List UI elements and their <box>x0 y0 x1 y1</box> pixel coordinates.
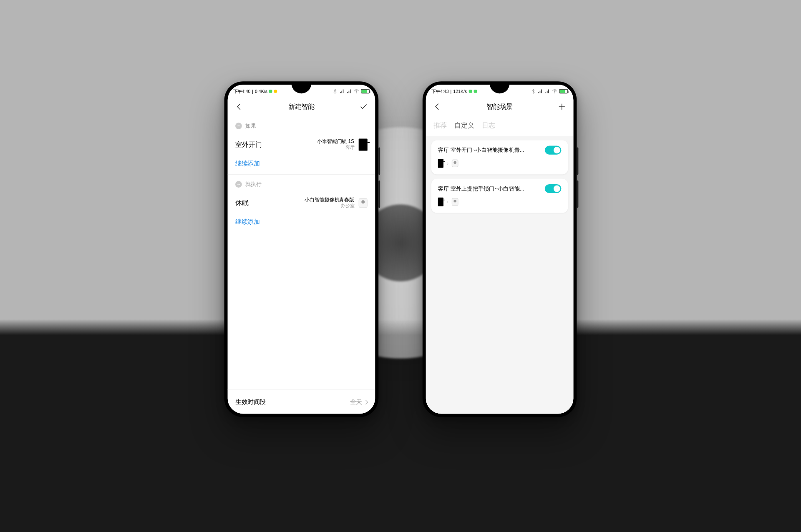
status-net: 121K/s <box>453 89 467 94</box>
condition-action: 室外开门 <box>235 140 262 149</box>
page-title: 新建智能 <box>288 102 315 111</box>
wifi-icon <box>354 88 359 94</box>
effective-time-label: 生效时间段 <box>235 398 266 406</box>
action-device: 小白智能摄像机青春版 <box>305 197 354 202</box>
condition-room: 客厅 <box>317 145 354 151</box>
scene-toggle[interactable] <box>545 146 562 155</box>
signal-icon <box>545 88 550 94</box>
app-header: 智能场景 <box>426 97 574 117</box>
camera-icon <box>359 198 368 208</box>
arrow-sep-icon: › <box>447 161 448 166</box>
arrow-left-icon <box>235 102 244 111</box>
then-icon: → <box>235 181 242 188</box>
scene-devices: › <box>438 198 562 206</box>
battery-icon <box>361 89 370 94</box>
back-button[interactable] <box>234 102 244 112</box>
scene-title: 客厅 室外上提把手锁门~小白智能... <box>438 185 524 192</box>
confirm-button[interactable] <box>359 102 369 112</box>
wifi-icon <box>552 88 557 94</box>
phone-right: 下午4:43 | 121K/s <box>423 81 577 417</box>
status-net: 0.4K/s <box>255 89 267 94</box>
door-lock-icon <box>359 138 368 151</box>
arrow-left-icon <box>433 102 442 111</box>
chevron-right-icon <box>363 399 368 404</box>
condition-device: 小米智能门锁 1S <box>317 138 354 144</box>
door-lock-icon <box>438 159 443 168</box>
action-name: 休眠 <box>235 198 249 208</box>
add-scene-button[interactable] <box>557 102 567 112</box>
scene-toggle[interactable] <box>545 184 562 193</box>
scene-title: 客厅 室外开门~小白智能摄像机青... <box>438 146 524 154</box>
if-section-label: ≡ 如果 <box>228 117 375 133</box>
camera-icon <box>452 198 458 206</box>
condition-row[interactable]: 室外开门 小米智能门锁 1S 客厅 <box>228 133 375 156</box>
check-icon <box>359 102 368 111</box>
action-row[interactable]: 休眠 小白智能摄像机青春版 办公室 <box>228 191 375 215</box>
scene-devices: › <box>438 159 562 168</box>
add-condition-link[interactable]: 继续添加 <box>228 156 375 175</box>
signal-icon <box>347 88 352 94</box>
effective-time-value: 全天 <box>350 398 362 406</box>
app-badge-icon <box>469 90 472 93</box>
app-badge-icon <box>474 90 477 93</box>
effective-time-row[interactable]: 生效时间段 全天 <box>228 389 375 414</box>
scene-card[interactable]: 客厅 室外开门~小白智能摄像机青... › <box>431 140 568 174</box>
status-time: 下午4:40 <box>233 88 251 95</box>
signal-icon <box>339 88 345 94</box>
tab-log[interactable]: 日志 <box>482 121 495 130</box>
add-action-link[interactable]: 继续添加 <box>228 215 375 233</box>
svg-point-1 <box>554 93 555 93</box>
scene-tabs: 推荐 自定义 日志 <box>426 117 574 136</box>
app-header: 新建智能 <box>228 97 375 117</box>
app-badge-icon <box>274 90 277 93</box>
app-badge-icon <box>269 90 272 93</box>
back-button[interactable] <box>433 102 443 112</box>
scene-card[interactable]: 客厅 室外上提把手锁门~小白智能... › <box>431 179 568 213</box>
tab-custom[interactable]: 自定义 <box>454 121 474 130</box>
if-icon: ≡ <box>235 123 242 129</box>
phone-left: 下午4:40 | 0.4K/s <box>224 81 379 417</box>
tab-recommend[interactable]: 推荐 <box>433 121 447 130</box>
action-room: 办公室 <box>305 203 354 209</box>
bluetooth-icon <box>332 88 338 94</box>
door-lock-icon <box>438 198 443 206</box>
battery-icon <box>559 89 568 94</box>
bluetooth-icon <box>531 88 536 94</box>
svg-point-0 <box>356 93 357 93</box>
then-section-label: → 就执行 <box>228 175 375 192</box>
signal-icon <box>538 88 543 94</box>
plus-icon <box>557 102 566 111</box>
page-title: 智能场景 <box>486 102 513 111</box>
camera-icon <box>452 160 458 167</box>
status-time: 下午4:43 <box>431 88 449 95</box>
arrow-sep-icon: › <box>447 199 448 205</box>
